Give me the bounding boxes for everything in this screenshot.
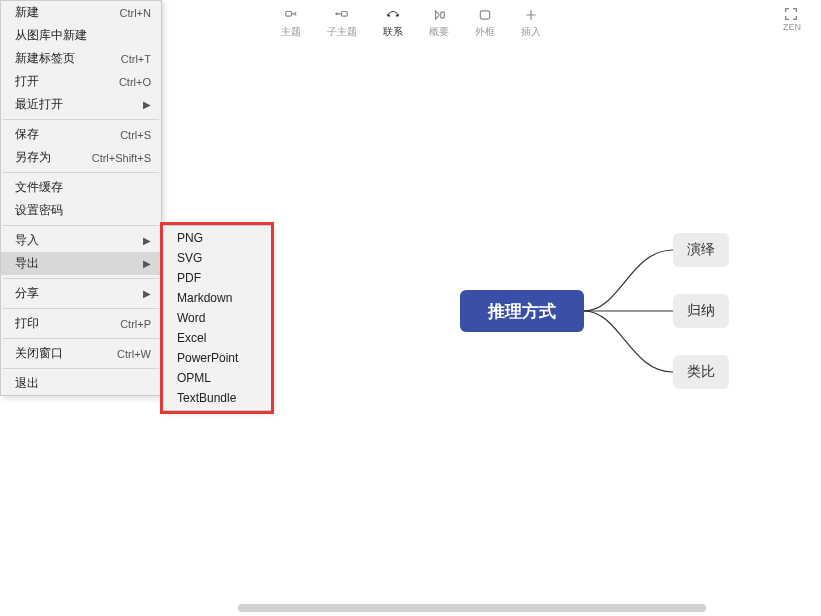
menu-separator xyxy=(3,338,159,339)
mindmap-canvas[interactable]: 推理方式 演绎 归纳 类比 xyxy=(400,130,780,510)
menu-shortcut: Ctrl+S xyxy=(120,129,151,141)
child-topic-2[interactable]: 归纳 xyxy=(673,294,729,328)
menu-item-label: 新建 xyxy=(15,4,39,21)
chevron-right-icon: ▶ xyxy=(143,288,151,299)
menu-shortcut: Ctrl+P xyxy=(120,318,151,330)
menu-item[interactable]: 导入▶ xyxy=(1,229,161,252)
boundary-icon xyxy=(476,7,494,23)
menu-item-label: 最近打开 xyxy=(15,96,63,113)
menu-item[interactable]: 退出 xyxy=(1,372,161,395)
menu-item-label: 导出 xyxy=(15,255,39,272)
scrollbar-thumb[interactable] xyxy=(238,604,706,612)
export-option[interactable]: PDF xyxy=(163,268,271,288)
export-option[interactable]: SVG xyxy=(163,248,271,268)
menu-separator xyxy=(3,172,159,173)
toolbar-topic-button[interactable]: 主题 xyxy=(281,7,301,39)
menu-item[interactable]: 最近打开▶ xyxy=(1,93,161,116)
menu-item-label: 分享 xyxy=(15,285,39,302)
chevron-right-icon: ▶ xyxy=(143,235,151,246)
menu-item[interactable]: 文件缓存 xyxy=(1,176,161,199)
svg-rect-1 xyxy=(341,12,347,17)
subtopic-icon xyxy=(333,7,351,23)
menu-item-label: 打开 xyxy=(15,73,39,90)
menu-shortcut: Ctrl+W xyxy=(117,348,151,360)
export-submenu: PNGSVGPDFMarkdownWordExcelPowerPointOPML… xyxy=(162,225,272,411)
menu-separator xyxy=(3,278,159,279)
central-topic[interactable]: 推理方式 xyxy=(460,290,584,332)
chevron-right-icon: ▶ xyxy=(143,99,151,110)
menu-shortcut: Ctrl+Shift+S xyxy=(92,152,151,164)
menu-shortcut: Ctrl+T xyxy=(121,53,151,65)
menu-item[interactable]: 新建Ctrl+N xyxy=(1,1,161,24)
toolbar-insert-button[interactable]: 插入 xyxy=(521,7,541,39)
menu-item[interactable]: 关闭窗口Ctrl+W xyxy=(1,342,161,365)
menu-item-label: 保存 xyxy=(15,126,39,143)
toolbar-relation-button[interactable]: 联系 xyxy=(383,7,403,39)
menu-separator xyxy=(3,225,159,226)
menu-item-label: 设置密码 xyxy=(15,202,63,219)
menu-item-label: 退出 xyxy=(15,375,39,392)
toolbar-item-label: 子主题 xyxy=(327,25,357,39)
menu-item[interactable]: 分享▶ xyxy=(1,282,161,305)
toolbar-item-label: 插入 xyxy=(521,25,541,39)
chevron-right-icon: ▶ xyxy=(143,258,151,269)
toolbar-boundary-button[interactable]: 外框 xyxy=(475,7,495,39)
menu-shortcut: Ctrl+O xyxy=(119,76,151,88)
child-topic-3[interactable]: 类比 xyxy=(673,355,729,389)
menu-item-label: 关闭窗口 xyxy=(15,345,63,362)
svg-rect-3 xyxy=(440,12,444,18)
file-menu: 新建Ctrl+N从图库中新建新建标签页Ctrl+T打开Ctrl+O最近打开▶保存… xyxy=(0,0,162,396)
menu-item-label: 打印 xyxy=(15,315,39,332)
export-option[interactable]: Excel xyxy=(163,328,271,348)
export-option[interactable]: Markdown xyxy=(163,288,271,308)
menu-item[interactable]: 设置密码 xyxy=(1,199,161,222)
svg-rect-0 xyxy=(285,12,291,17)
menu-item[interactable]: 另存为Ctrl+Shift+S xyxy=(1,146,161,169)
toolbar-item-label: 概要 xyxy=(429,25,449,39)
fullscreen-icon xyxy=(783,6,801,22)
toolbar-item-label: 外框 xyxy=(475,25,495,39)
child-topic-1[interactable]: 演绎 xyxy=(673,233,729,267)
export-option[interactable]: Word xyxy=(163,308,271,328)
topic-icon xyxy=(282,7,300,23)
export-option[interactable]: PowerPoint xyxy=(163,348,271,368)
insert-icon xyxy=(522,7,540,23)
svg-point-2 xyxy=(335,13,337,15)
toolbar-subtopic-button[interactable]: 子主题 xyxy=(327,7,357,39)
menu-item[interactable]: 保存Ctrl+S xyxy=(1,123,161,146)
menu-item-label: 另存为 xyxy=(15,149,51,166)
toolbar-item-label: 主题 xyxy=(281,25,301,39)
menu-separator xyxy=(3,368,159,369)
export-option[interactable]: TextBundle xyxy=(163,388,271,408)
menu-separator xyxy=(3,308,159,309)
svg-rect-4 xyxy=(480,11,489,19)
menu-item-label: 新建标签页 xyxy=(15,50,75,67)
toolbar-summary-button[interactable]: 概要 xyxy=(429,7,449,39)
menu-item[interactable]: 导出▶ xyxy=(1,252,161,275)
export-option[interactable]: OPML xyxy=(163,368,271,388)
menu-item[interactable]: 从图库中新建 xyxy=(1,24,161,47)
menu-item-label: 导入 xyxy=(15,232,39,249)
zen-label: ZEN xyxy=(783,22,801,32)
relation-icon xyxy=(384,7,402,23)
horizontal-scrollbar[interactable] xyxy=(0,602,821,616)
menu-item-label: 从图库中新建 xyxy=(15,27,87,44)
toolbar-item-label: 联系 xyxy=(383,25,403,39)
export-option[interactable]: PNG xyxy=(163,228,271,248)
menu-separator xyxy=(3,119,159,120)
menu-item[interactable]: 打开Ctrl+O xyxy=(1,70,161,93)
zen-mode-button[interactable]: ZEN xyxy=(783,6,801,32)
menu-item-label: 文件缓存 xyxy=(15,179,63,196)
menu-item[interactable]: 打印Ctrl+P xyxy=(1,312,161,335)
menu-shortcut: Ctrl+N xyxy=(120,7,151,19)
summary-icon xyxy=(430,7,448,23)
menu-item[interactable]: 新建标签页Ctrl+T xyxy=(1,47,161,70)
